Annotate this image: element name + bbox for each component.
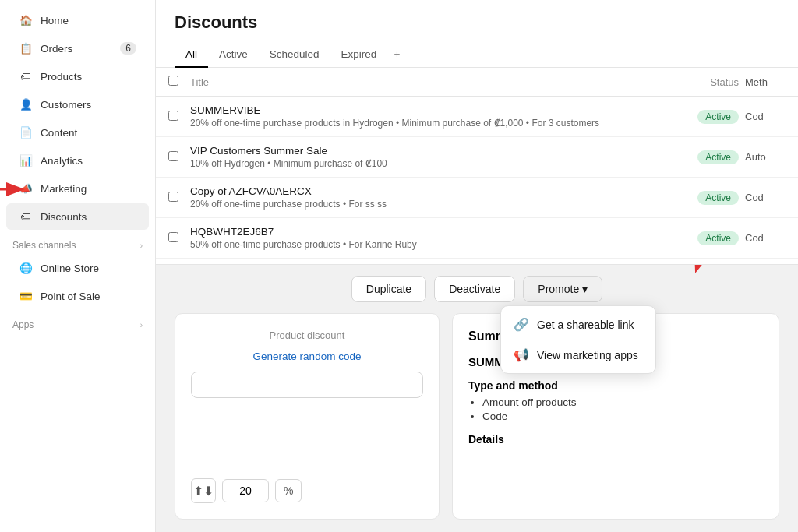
discount-name-2: VIP Customers Summer Sale (190, 145, 661, 157)
sidebar-item-customers[interactable]: 👤 Customers (6, 91, 149, 118)
sidebar-item-orders[interactable]: 📋 Orders 6 (6, 35, 149, 62)
analytics-icon: 📊 (19, 153, 33, 167)
promote-chevron: ▾ (582, 283, 588, 295)
tab-all[interactable]: All (175, 42, 208, 68)
discount-code-input[interactable] (191, 372, 423, 398)
status-badge-4: Active (697, 231, 739, 245)
tab-scheduled[interactable]: Scheduled (259, 42, 330, 68)
orders-icon: 📋 (19, 41, 33, 55)
discount-desc-2: 10% off Hydrogen • Minimum purchase of ₡… (190, 158, 661, 169)
deactivate-button[interactable]: Deactivate (434, 276, 515, 302)
sidebar-label-customers: Customers (41, 99, 91, 111)
row-checkbox-3[interactable] (168, 192, 187, 204)
sidebar-item-products[interactable]: 🏷 Products (6, 63, 149, 90)
sidebar-item-point-of-sale[interactable]: 💳 Point of Sale (6, 283, 149, 309)
status-badge-3: Active (697, 191, 739, 205)
discount-info-3: Copy of AZFCVA0AERCX 20% off one-time pu… (187, 185, 661, 210)
sidebar-item-analytics[interactable]: 📊 Analytics (6, 147, 149, 174)
sidebar-item-home[interactable]: 🏠 Home (6, 7, 149, 33)
table-header: Title Status Meth (156, 68, 798, 97)
stepper-row: ⬆⬇ 20 % (191, 478, 423, 503)
online-store-icon: 🌐 (19, 261, 33, 275)
status-4: Active (661, 231, 739, 245)
dropdown-marketing-apps[interactable]: 📢 View marketing apps (501, 340, 655, 370)
sidebar-item-content[interactable]: 📄 Content (6, 119, 149, 146)
col-status: Status (661, 76, 739, 88)
duplicate-button[interactable]: Duplicate (351, 276, 426, 302)
sidebar-label-home: Home (41, 15, 69, 26)
status-badge-1: Active (697, 110, 739, 124)
main-content: Discounts All Active Scheduled Expired +… (156, 0, 798, 532)
tab-expired[interactable]: Expired (330, 42, 388, 68)
method-3: Cod (739, 192, 786, 203)
promote-button[interactable]: Promote ▾ (523, 276, 602, 302)
row-checkbox-1[interactable] (168, 111, 187, 123)
table-row[interactable]: A7FCVA0AERCX (156, 259, 798, 264)
arrow-promote (658, 265, 736, 280)
type-item-1: Amount off products (482, 396, 763, 408)
method-4: Cod (739, 232, 786, 244)
promote-dropdown: 🔗 Get a shareable link 📢 View marketing … (500, 305, 656, 374)
method-2: Auto (739, 151, 786, 163)
tab-active[interactable]: Active (208, 42, 259, 68)
discount-info-4: HQBWHT2EJ6B7 50% off one-time purchase p… (187, 226, 661, 250)
sidebar-label-orders: Orders (41, 43, 72, 55)
sidebar-label-online-store: Online Store (41, 262, 99, 274)
discounts-table: Title Status Meth SUMMERVIBE 20% off one… (156, 68, 798, 264)
discount-info-2: VIP Customers Summer Sale 10% off Hydrog… (187, 145, 661, 169)
sidebar: 🏠 Home 📋 Orders 6 🏷 Products 👤 Customers… (0, 0, 156, 532)
sidebar-item-discounts[interactable]: 🏷 Discounts (6, 203, 149, 230)
select-all-checkbox[interactable] (168, 76, 187, 88)
content-icon: 📄 (19, 125, 33, 139)
table-row[interactable]: VIP Customers Summer Sale 10% off Hydrog… (156, 137, 798, 178)
page-title: Discounts (175, 12, 779, 33)
top-panel: Discounts All Active Scheduled Expired + (156, 0, 798, 68)
stepper-value-input[interactable]: 20 (222, 479, 269, 502)
table-row[interactable]: HQBWHT2EJ6B7 50% off one-time purchase p… (156, 218, 798, 259)
discount-desc-4: 50% off one-time purchase products • For… (190, 239, 661, 250)
apps-section: Apps › (0, 310, 155, 333)
tab-add[interactable]: + (387, 42, 406, 68)
sales-channels-section: Sales channels › (0, 231, 155, 254)
sales-channels-chevron: › (140, 241, 143, 250)
discounts-icon: 🏷 (19, 210, 33, 224)
status-2: Active (661, 150, 739, 164)
products-icon: 🏷 (19, 69, 33, 83)
discount-name-3: Copy of AZFCVA0AERCX (190, 185, 661, 197)
sidebar-label-pos: Point of Sale (41, 291, 101, 302)
dropdown-shareable-link[interactable]: 🔗 Get a shareable link (501, 309, 655, 340)
status-badge-2: Active (697, 150, 739, 164)
sidebar-label-discounts: Discounts (41, 211, 87, 223)
col-method: Meth (739, 76, 786, 88)
orders-badge: 6 (120, 42, 136, 55)
discount-info-1: SUMMERVIBE 20% off one-time purchase pro… (187, 104, 661, 129)
stepper-pct-label: % (275, 479, 302, 502)
promote-label: Promote (538, 283, 579, 295)
action-bar: Duplicate Deactivate Promote ▾ 🔗 Get a s… (156, 265, 798, 313)
marketing-icon: 📣 (19, 181, 33, 196)
sidebar-label-content: Content (41, 127, 77, 139)
dropdown-label-shareable: Get a shareable link (537, 319, 634, 331)
apps-chevron: › (140, 321, 143, 329)
sidebar-label-products: Products (41, 71, 82, 83)
col-title: Title (187, 76, 661, 88)
table-row[interactable]: SUMMERVIBE 20% off one-time purchase pro… (156, 97, 798, 137)
megaphone-icon: 📢 (514, 347, 529, 362)
sidebar-item-online-store[interactable]: 🌐 Online Store (6, 255, 149, 281)
stepper-down-button[interactable]: ⬆⬇ (191, 478, 216, 503)
upper-section: Discounts All Active Scheduled Expired +… (156, 0, 798, 265)
row-checkbox-2[interactable] (168, 151, 187, 164)
discount-desc-3: 20% off one-time purchase products • For… (190, 199, 661, 210)
discount-desc-1: 20% off one-time purchase products in Hy… (190, 118, 661, 129)
generate-random-code-link[interactable]: Generate random code (191, 351, 423, 362)
discount-name-1: SUMMERVIBE (190, 104, 661, 116)
status-1: Active (661, 110, 739, 124)
row-checkbox-4[interactable] (168, 232, 187, 245)
sidebar-item-marketing[interactable]: 📣 Marketing (6, 175, 149, 202)
table-row[interactable]: Copy of AZFCVA0AERCX 20% off one-time pu… (156, 178, 798, 218)
type-item-2: Code (482, 410, 763, 422)
home-icon: 🏠 (19, 13, 33, 27)
link-icon: 🔗 (514, 317, 529, 332)
status-3: Active (661, 191, 739, 205)
left-panel-title: Product discount (191, 329, 423, 341)
